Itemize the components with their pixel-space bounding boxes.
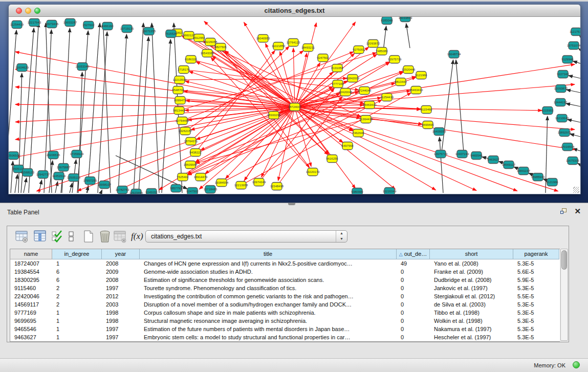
network-node[interactable]: 17359924 [70,150,84,158]
table-cell[interactable]: Tourette syndrome. Phenomenology and cla… [140,284,397,292]
close-panel-icon[interactable]: ✕ [574,207,581,216]
network-node[interactable]: 20206536 [47,151,60,159]
network-node[interactable]: 9121966 [546,179,558,186]
network-edge[interactable] [15,174,17,193]
network-node[interactable]: 16543382 [201,50,214,57]
table-cell[interactable]: 1998 [102,309,140,317]
table-cell[interactable]: 1 [52,309,102,317]
network-node[interactable]: 10973436 [45,20,59,28]
network-node[interactable]: 11254419 [380,94,394,101]
network-node[interactable]: 11021850 [272,42,286,50]
network-node[interactable]: 10220349 [383,188,397,194]
network-edge[interactable] [177,33,353,130]
network-node[interactable]: 9438222 [189,149,202,157]
network-node[interactable]: 12923465 [129,189,143,194]
table-cell[interactable]: 9465546 [10,325,52,333]
network-edge[interactable] [101,190,102,193]
table-cell[interactable]: 2 [52,284,102,292]
network-node[interactable]: 9616256 [326,155,338,163]
network-edge[interactable] [151,23,159,193]
network-node[interactable]: 7515526 [165,30,177,38]
network-edge[interactable] [568,119,580,122]
network-node[interactable]: 12754456 [176,117,189,125]
network-edge[interactable] [578,163,580,165]
table-cell[interactable]: 2012 [102,292,140,300]
network-edge[interactable] [570,134,580,137]
network-edge[interactable] [578,49,580,50]
network-edge[interactable] [196,119,366,163]
table-cell[interactable]: 14569117 [10,300,52,309]
column-header-title[interactable]: title [140,249,397,259]
table-cell[interactable]: 1997 [102,325,140,333]
network-node[interactable]: 17957255 [83,177,97,185]
table-cell[interactable]: 2008 [102,276,140,284]
network-edge[interactable] [212,56,295,107]
network-node[interactable]: 14569117 [502,161,516,169]
table-cell[interactable]: 5.3E-5 [513,300,559,309]
network-node[interactable]: 16033803 [399,17,412,22]
network-node[interactable]: 11451514 [52,172,66,180]
table-cell[interactable]: Investigating the contribution of common… [140,292,397,300]
table-cell[interactable]: 2 [52,300,102,309]
network-node[interactable]: 10974349 [252,179,266,186]
table-cell[interactable]: 2008 [102,259,140,268]
network-edge[interactable] [244,22,295,107]
network-node[interactable]: 9857791 [170,185,182,192]
table-cell[interactable]: 0 [397,292,430,300]
network-node[interactable]: 11842003 [346,75,360,82]
table-cell[interactable]: Nakamura et al. (1997) [430,325,513,333]
network-node[interactable]: 16671355 [142,28,156,35]
table-row[interactable]: 2242004622012Investigating the contribut… [10,292,560,300]
table-cell[interactable]: 2 [52,292,102,300]
table-row[interactable]: 1830029562008Estimation of significance … [10,276,560,284]
network-node[interactable]: 11604629 [15,64,29,72]
table-cell[interactable]: Stergiakouli et al. (2012) [430,292,513,300]
network-window-titlebar[interactable]: citations_edges.txt [9,5,580,17]
network-edge[interactable] [88,23,100,193]
network-node[interactable]: 13262157 [179,127,192,135]
row-height-icon[interactable] [64,230,78,243]
network-edge[interactable] [29,23,38,193]
network-node[interactable]: 8186328 [185,56,197,63]
network-node[interactable]: 16648734 [447,51,461,58]
network-node[interactable]: 7625402 [177,173,189,181]
network-node[interactable]: 19384554 [215,179,229,187]
splitter-grip[interactable] [288,203,295,205]
table-vertical-scrollbar[interactable] [560,249,568,341]
network-node[interactable]: 9227343 [557,71,569,78]
network-node[interactable]: 6497568 [341,142,354,150]
network-node[interactable]: 9463627 [487,156,499,164]
network-node[interactable]: 11548498 [270,183,284,190]
network-node[interactable]: 16841197 [517,167,531,175]
network-node[interactable]: 16782753 [116,186,129,194]
network-view-window[interactable]: citations_edges.txt 18724007183002957663… [8,4,581,194]
network-node[interactable]: 12920446 [402,66,416,74]
table-cell[interactable]: 5.3E-5 [513,317,559,325]
network-node[interactable]: 15751074 [567,42,580,50]
network-node[interactable]: 8131054 [331,64,343,72]
float-panel-icon[interactable] [560,208,568,215]
table-cell[interactable]: 1997 [102,333,140,341]
table-cell[interactable]: 19384554 [10,268,52,276]
network-node[interactable]: 11254419 [10,21,24,29]
column-header-short[interactable]: short [430,249,513,259]
table-cell[interactable]: Dudbridge et al. (2008) [430,276,513,284]
table-row[interactable]: 1938455462009Genome-wide association stu… [10,268,560,276]
network-node[interactable]: 9777169 [332,80,344,88]
table-cell[interactable]: 9463627 [10,333,52,341]
network-node[interactable]: 8183048 [381,17,393,25]
column-header-out_de[interactable]: △out_de… [397,249,430,259]
network-node[interactable]: 12975719 [388,56,402,63]
table-cell[interactable]: Corpus callosum shape and size in male p… [140,309,397,317]
network-node[interactable]: 9247502 [186,188,199,194]
network-node[interactable]: 12213958 [234,182,248,189]
network-node[interactable]: 11675305 [566,157,580,165]
table-cell[interactable]: Jankovic et al. (1997) [430,284,513,292]
network-node[interactable]: 17016504 [561,143,575,151]
table-cell[interactable]: Tibbo et al. (1998) [430,309,513,317]
network-edge[interactable] [179,53,376,111]
network-node[interactable]: 15892971 [558,129,572,137]
network-node[interactable]: 9813443 [173,107,185,115]
table-cell[interactable]: Structural magnetic resonance image aver… [140,317,397,325]
network-node[interactable]: 9465546 [470,152,483,160]
